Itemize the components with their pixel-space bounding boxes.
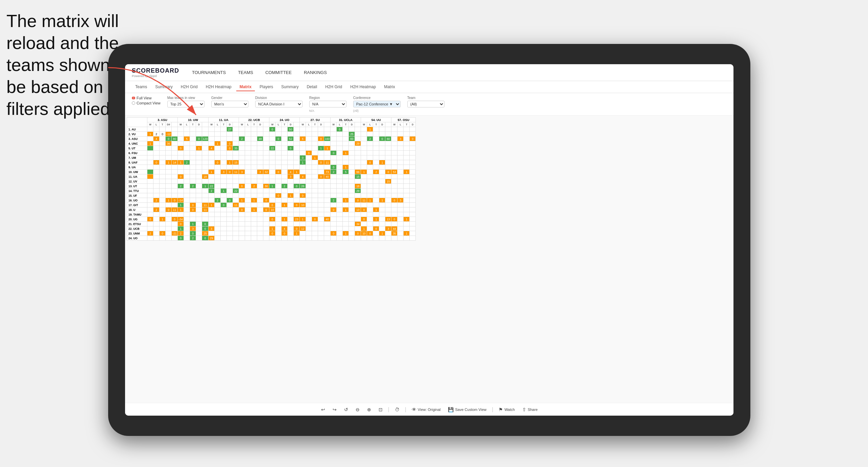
sub-nav-matrix2[interactable]: Matrix bbox=[381, 83, 399, 91]
col-header-su: 27. SU bbox=[300, 118, 331, 122]
sep1: | bbox=[388, 407, 389, 413]
matrix-table: 3. ASU 10. UW 11. UA 22. UCB 24. UO 27. … bbox=[127, 117, 416, 241]
zoom-in-button[interactable]: ⊕ bbox=[365, 406, 373, 413]
table-row: 12. UV 15 bbox=[127, 179, 416, 184]
table-row: 8. UAF 0114 12 0115 1011 01 bbox=[127, 160, 416, 165]
tablet-device: SCOREBOARD Powered by clippd TOURNAMENTS… bbox=[108, 44, 750, 436]
table-row: 7. UM 01 bbox=[127, 155, 416, 160]
full-view-label: Full View bbox=[137, 96, 151, 100]
sub-nav-teams[interactable]: Teams bbox=[132, 83, 150, 91]
max-teams-select[interactable]: Top 25 bbox=[167, 101, 204, 107]
save-custom-button[interactable]: 💾 Save Custom View bbox=[446, 406, 488, 413]
logo-sub: Powered by clippd bbox=[132, 74, 179, 78]
nav-items: TOURNAMENTS TEAMS COMMITTEE RANKINGS bbox=[189, 69, 330, 76]
sub-nav-detail[interactable]: Detail bbox=[303, 83, 320, 91]
nav-item-teams[interactable]: TEAMS bbox=[235, 69, 256, 76]
sub-nav-summary2[interactable]: Summary bbox=[278, 83, 302, 91]
timer-button[interactable]: ⏱ bbox=[393, 406, 402, 413]
conference-label: Conference bbox=[353, 96, 401, 100]
zoom-out-button[interactable]: ⊖ bbox=[354, 406, 362, 413]
undo-button[interactable]: ↩ bbox=[319, 406, 327, 413]
timer-icon: ⏱ bbox=[395, 407, 400, 412]
table-row: 3. ASU 4080 50120 248 052 60160 83 2060 … bbox=[127, 137, 416, 141]
table-row: 1. AU 27 050 0 1 bbox=[127, 127, 416, 132]
col-header-asu: 3. ASU bbox=[147, 118, 178, 122]
table-row: 24. UO 020 29 bbox=[127, 236, 416, 241]
sub-nav-matrix1[interactable]: Matrix bbox=[236, 83, 255, 91]
watch-icon: ⚑ bbox=[499, 407, 503, 412]
nav-item-rankings[interactable]: RANKINGS bbox=[301, 69, 330, 76]
table-row: 17. GIT 1011 1011 010 10 bbox=[127, 203, 416, 207]
compact-view-label: Compact View bbox=[137, 101, 161, 105]
share-button[interactable]: ⇧ Share bbox=[520, 406, 539, 413]
table-row: 6. FSU 0 01 bbox=[127, 151, 416, 155]
table-row: 23. UNM 20-21 2025 001 010 1001 351 bbox=[127, 231, 416, 236]
bottom-toolbar: ↩ ↪ ↺ ⊖ ⊕ ⊡ | ⏱ bbox=[125, 403, 733, 416]
sub-nav-h2h-heatmap1[interactable]: H2H Heatmap bbox=[202, 83, 235, 91]
sub-nav: Teams Summary H2H Grid H2H Heatmap Matri… bbox=[125, 81, 733, 93]
table-row: 21. ETSU 010 34 bbox=[127, 222, 416, 226]
conference-select[interactable]: Pac-12 Conference ▼ bbox=[353, 101, 401, 107]
nav-item-committee[interactable]: COMMITTEE bbox=[263, 69, 294, 76]
col-header-ucb: 22. UCB bbox=[239, 118, 269, 122]
region-select[interactable]: N/A bbox=[309, 101, 346, 107]
tablet-screen: SCOREBOARD Powered by clippd TOURNAMENTS… bbox=[125, 64, 733, 416]
max-teams-filter: Max teams in view Top 25 bbox=[167, 96, 204, 107]
sub-nav-h2h-heatmap2[interactable]: H2H Heatmap bbox=[347, 83, 379, 91]
sub-nav-h2h-grid1[interactable]: H2H Grid bbox=[177, 83, 201, 91]
nav-item-tournaments[interactable]: TOURNAMENTS bbox=[189, 69, 228, 76]
nav-bar: SCOREBOARD Powered by clippd TOURNAMENTS… bbox=[125, 64, 733, 81]
table-row: 16. UO 210 -14 20 110 210 1111 03 bbox=[127, 198, 416, 203]
sub-nav-summary1[interactable]: Summary bbox=[152, 83, 176, 91]
logo-title: SCOREBOARD bbox=[132, 67, 179, 74]
view-original-button[interactable]: 👁 View: Original bbox=[410, 406, 443, 413]
watch-label: Watch bbox=[504, 408, 515, 412]
team-filter: Team (All) bbox=[407, 96, 444, 107]
region-label: Region bbox=[309, 96, 346, 100]
save-icon: 💾 bbox=[448, 407, 454, 412]
radio-compact-view-circle bbox=[132, 101, 135, 105]
team-label: Team bbox=[407, 96, 444, 100]
gender-label: Gender bbox=[211, 96, 248, 100]
table-row: 15. UF 01 0 bbox=[127, 193, 416, 198]
sub-nav-players[interactable]: Players bbox=[256, 83, 276, 91]
table-row: 4. UNC 136 10 29 bbox=[127, 141, 416, 146]
corner-header bbox=[127, 118, 147, 127]
radio-full-view-circle bbox=[132, 96, 135, 100]
gender-filter: Gender Men's bbox=[211, 96, 248, 107]
table-row: 13. UT 221 22 0230 120 26 18 bbox=[127, 184, 416, 189]
conference-filter: Conference Pac-12 Conference ▼ (All) bbox=[353, 96, 401, 113]
reset-button[interactable]: ↺ bbox=[342, 406, 350, 413]
matrix-area[interactable]: 3. ASU 10. UW 11. UA 22. UCB 24. UO 27. … bbox=[125, 116, 733, 403]
col-header-uw: 10. UW bbox=[178, 118, 209, 122]
view-original-label: View: Original bbox=[418, 408, 441, 412]
zoom-in-icon: ⊕ bbox=[367, 407, 371, 412]
col-header-uo: 24. UO bbox=[269, 118, 300, 122]
redo-button[interactable]: ↪ bbox=[331, 406, 339, 413]
region-filter: Region N/A N/A bbox=[309, 96, 346, 113]
eye-icon: 👁 bbox=[412, 407, 416, 412]
watch-button[interactable]: ⚑ Watch bbox=[497, 406, 517, 413]
sep3: | bbox=[492, 407, 493, 413]
col-header-ucla: 31. UCLA bbox=[331, 118, 361, 122]
col-header-osu: 57. OSU bbox=[391, 118, 416, 122]
fit-button[interactable]: ⊡ bbox=[377, 406, 385, 413]
view-filter: Full View Compact View bbox=[132, 96, 161, 105]
logo-area: SCOREBOARD Powered by clippd bbox=[132, 67, 179, 78]
radio-compact-view[interactable]: Compact View bbox=[132, 101, 161, 105]
max-teams-label: Max teams in view bbox=[167, 96, 204, 100]
table-row: 5. UT 01 4035 220 11 bbox=[127, 146, 416, 151]
redo-icon: ↪ bbox=[333, 407, 337, 412]
col-header-ua: 11. UA bbox=[209, 118, 239, 122]
radio-full-view[interactable]: Full View bbox=[132, 96, 161, 100]
table-row: 18. U 2011 1011 010 10 0113 01 bbox=[127, 207, 416, 212]
team-select[interactable]: (All) bbox=[407, 101, 444, 107]
sub-nav-h2h-grid2[interactable]: H2H Grid bbox=[322, 83, 345, 91]
share-label: Share bbox=[528, 408, 537, 412]
division-select[interactable]: NCAA Division I bbox=[255, 101, 303, 107]
reset-icon: ↺ bbox=[344, 407, 348, 412]
gender-select[interactable]: Men's bbox=[211, 101, 248, 107]
undo-icon: ↩ bbox=[321, 407, 325, 412]
fit-icon: ⊡ bbox=[379, 407, 383, 412]
table-row: 9. UA 01 bbox=[127, 165, 416, 170]
